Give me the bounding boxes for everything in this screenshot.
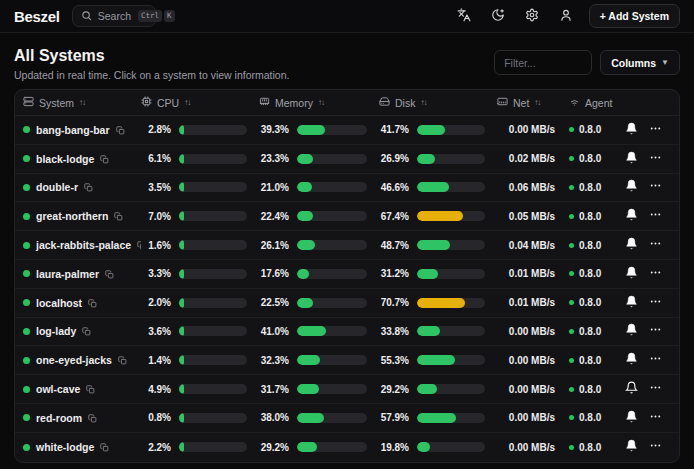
alerts-button[interactable] bbox=[620, 148, 642, 170]
row-menu-button[interactable] bbox=[644, 263, 666, 285]
table-row[interactable]: localhost 2.0% 22.5% 70.7% 0.01 MB/s 0.8… bbox=[15, 289, 679, 318]
copy-icon[interactable] bbox=[84, 178, 93, 196]
row-menu-button[interactable] bbox=[644, 292, 666, 314]
column-header-cpu[interactable]: CPU ↑↓ bbox=[141, 96, 259, 109]
row-menu-button[interactable] bbox=[644, 349, 666, 371]
column-header-system[interactable]: System ↑↓ bbox=[23, 96, 141, 109]
copy-icon[interactable] bbox=[105, 265, 114, 283]
chevron-down-icon: ▼ bbox=[661, 58, 669, 67]
column-header-memory[interactable]: Memory ↑↓ bbox=[259, 96, 379, 109]
alerts-button[interactable] bbox=[620, 378, 642, 400]
agent-version: 0.8.0 bbox=[579, 412, 601, 423]
table-row[interactable]: great-northern 7.0% 22.4% 67.4% 0.05 MB/… bbox=[15, 202, 679, 231]
alerts-button[interactable] bbox=[620, 176, 642, 198]
table-row[interactable]: white-lodge 2.2% 29.2% 19.8% 0.00 MB/s 0… bbox=[15, 433, 679, 462]
column-header-disk[interactable]: Disk ↑↓ bbox=[379, 96, 497, 109]
copy-icon[interactable] bbox=[82, 322, 91, 340]
net-value: 0.02 MB/s bbox=[497, 153, 569, 164]
table-row[interactable]: jack-rabbits-palace 1.6% 26.1% 48.7% 0.0… bbox=[15, 231, 679, 260]
copy-icon[interactable] bbox=[100, 438, 109, 456]
system-name: laura-palmer bbox=[36, 268, 99, 280]
table-row[interactable]: laura-palmer 3.3% 17.6% 31.2% 0.01 MB/s … bbox=[15, 260, 679, 289]
column-header-net[interactable]: Net ↑↓ bbox=[497, 96, 569, 109]
agent-version: 0.8.0 bbox=[579, 211, 601, 222]
status-dot bbox=[23, 213, 30, 220]
copy-icon[interactable] bbox=[88, 294, 97, 312]
disk-percent: 19.8% bbox=[379, 442, 417, 453]
status-dot bbox=[23, 386, 30, 393]
hard-drive-icon bbox=[379, 96, 390, 109]
disk-percent: 57.9% bbox=[379, 412, 417, 423]
memory-percent: 39.3% bbox=[259, 124, 297, 135]
system-name-cell: laura-palmer bbox=[23, 265, 141, 283]
add-system-button[interactable]: + Add System bbox=[589, 4, 680, 28]
copy-icon[interactable] bbox=[118, 351, 127, 369]
memory-percent: 38.0% bbox=[259, 412, 297, 423]
copy-icon[interactable] bbox=[88, 409, 97, 427]
alerts-button[interactable] bbox=[620, 205, 642, 227]
copy-icon[interactable] bbox=[114, 207, 123, 225]
table-row[interactable]: one-eyed-jacks 1.4% 32.3% 55.3% 0.00 MB/… bbox=[15, 346, 679, 375]
row-menu-button[interactable] bbox=[644, 378, 666, 400]
agent-version: 0.8.0 bbox=[579, 124, 601, 135]
user-menu-button[interactable] bbox=[555, 5, 577, 27]
row-menu-button[interactable] bbox=[644, 436, 666, 458]
table-row[interactable]: bang-bang-bar 2.8% 39.3% 41.7% 0.00 MB/s… bbox=[15, 116, 679, 145]
ellipsis-icon bbox=[649, 237, 662, 253]
language-button[interactable] bbox=[453, 5, 475, 27]
cpu-percent: 3.6% bbox=[141, 326, 179, 337]
alerts-button[interactable] bbox=[620, 234, 642, 256]
row-menu-button[interactable] bbox=[644, 119, 666, 141]
table-row[interactable]: owl-cave 4.9% 31.7% 29.2% 0.00 MB/s 0.8.… bbox=[15, 375, 679, 404]
agent-status-dot bbox=[569, 329, 574, 334]
alerts-button[interactable] bbox=[620, 292, 642, 314]
memory-percent: 17.6% bbox=[259, 268, 297, 279]
memory-bar bbox=[297, 154, 379, 164]
settings-icon bbox=[525, 8, 539, 25]
filter-input[interactable] bbox=[494, 50, 592, 75]
title-block: All Systems Updated in real time. Click … bbox=[14, 47, 289, 81]
copy-icon[interactable] bbox=[116, 121, 125, 139]
row-menu-button[interactable] bbox=[644, 148, 666, 170]
bell-icon bbox=[625, 381, 638, 397]
net-value: 0.00 MB/s bbox=[497, 355, 569, 366]
row-menu-button[interactable] bbox=[644, 234, 666, 256]
row-menu-button[interactable] bbox=[644, 320, 666, 342]
system-name: double-r bbox=[36, 181, 78, 193]
alerts-button[interactable] bbox=[620, 436, 642, 458]
ellipsis-icon bbox=[649, 381, 662, 397]
page-subtitle: Updated in real time. Click on a system … bbox=[14, 69, 289, 81]
row-menu-button[interactable] bbox=[644, 205, 666, 227]
table-row[interactable]: log-lady 3.6% 41.0% 33.8% 0.00 MB/s 0.8.… bbox=[15, 318, 679, 347]
cpu-percent: 3.3% bbox=[141, 268, 179, 279]
memory-percent: 31.7% bbox=[259, 384, 297, 395]
theme-toggle-button[interactable] bbox=[487, 5, 509, 27]
row-menu-button[interactable] bbox=[644, 176, 666, 198]
settings-button[interactable] bbox=[521, 5, 543, 27]
search-input[interactable]: Search Ctrl K bbox=[72, 5, 156, 27]
memory-bar bbox=[297, 125, 379, 135]
status-dot bbox=[23, 242, 30, 249]
bell-icon bbox=[625, 352, 638, 368]
column-label: System bbox=[39, 97, 74, 109]
kbd-k: K bbox=[164, 10, 175, 22]
disk-percent: 41.7% bbox=[379, 124, 417, 135]
table-row[interactable]: black-lodge 6.1% 23.3% 26.9% 0.02 MB/s 0… bbox=[15, 145, 679, 174]
system-name: great-northern bbox=[36, 210, 108, 222]
columns-dropdown-button[interactable]: Columns ▼ bbox=[600, 50, 680, 75]
table-row[interactable]: red-room 0.8% 38.0% 57.9% 0.00 MB/s 0.8.… bbox=[15, 404, 679, 433]
copy-icon[interactable] bbox=[100, 150, 109, 168]
copy-icon[interactable] bbox=[86, 380, 95, 398]
alerts-button[interactable] bbox=[620, 407, 642, 429]
alerts-button[interactable] bbox=[620, 263, 642, 285]
bell-icon bbox=[625, 323, 638, 339]
agent-status-dot bbox=[569, 445, 574, 450]
system-name-cell: one-eyed-jacks bbox=[23, 351, 141, 369]
alerts-button[interactable] bbox=[620, 349, 642, 371]
table-row[interactable]: double-r 3.5% 21.0% 46.6% 0.06 MB/s 0.8.… bbox=[15, 174, 679, 203]
row-menu-button[interactable] bbox=[644, 407, 666, 429]
alerts-button[interactable] bbox=[620, 119, 642, 141]
column-header-agent[interactable]: Agent bbox=[569, 96, 619, 109]
column-label: Net bbox=[513, 97, 529, 109]
alerts-button[interactable] bbox=[620, 320, 642, 342]
